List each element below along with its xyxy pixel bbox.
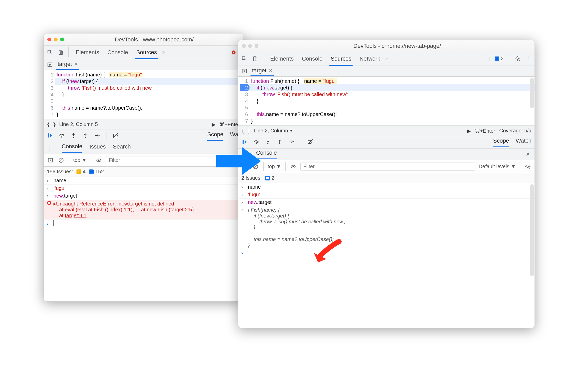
traffic-lights <box>242 44 258 48</box>
step-into-icon[interactable] <box>70 132 77 140</box>
svg-point-30 <box>267 143 268 144</box>
inspect-icon[interactable] <box>241 55 248 62</box>
svg-rect-25 <box>496 59 498 59</box>
more-tabs-icon[interactable]: » <box>162 50 165 55</box>
step-into-icon[interactable] <box>265 139 271 146</box>
inspect-icon[interactable] <box>46 49 53 56</box>
cursor-position: Line 2, Column 5 <box>254 128 292 134</box>
file-tab-target[interactable]: target × <box>56 59 79 70</box>
sidebar-toggle-icon[interactable] <box>47 157 54 164</box>
devtools-window-right: DevTools - chrome://new-tab-page/ Elemen… <box>238 40 535 328</box>
context-selector[interactable]: top ▼ <box>268 164 281 169</box>
live-expression-icon[interactable] <box>95 157 102 164</box>
minimize-icon[interactable] <box>54 38 58 41</box>
close-icon[interactable]: × <box>74 61 78 67</box>
svg-rect-0 <box>59 50 61 54</box>
step-icon[interactable] <box>94 132 100 140</box>
run-icon[interactable]: ▶ <box>212 121 215 128</box>
close-icon[interactable] <box>47 38 51 41</box>
svg-rect-27 <box>242 69 247 73</box>
kebab-icon[interactable]: ⋮ <box>526 55 532 62</box>
titlebar[interactable]: DevTools - chrome://new-tab-page/ <box>238 40 535 52</box>
divider <box>263 162 264 171</box>
tab-watch[interactable]: Watch <box>516 138 531 147</box>
tab-elements[interactable]: Elements <box>75 46 100 59</box>
context-selector[interactable]: top ▼ <box>73 157 87 163</box>
issues-summary[interactable]: 156 Issues: !4 152 <box>44 167 243 177</box>
traffic-lights <box>47 38 64 41</box>
scrollbar[interactable] <box>530 78 534 108</box>
close-drawer-icon[interactable]: × <box>524 151 531 158</box>
editor-status: { } Line 2, Column 5 ▶ ⌘+Enter <box>44 119 243 130</box>
live-expression-icon[interactable] <box>290 163 297 170</box>
svg-point-26 <box>517 58 518 59</box>
filter-input[interactable] <box>300 163 475 171</box>
titlebar[interactable]: DevTools - www.photopea.com/ <box>44 33 243 46</box>
run-shortcut: ⌘+Enter <box>220 121 240 128</box>
deactivate-breakpoints-icon[interactable] <box>307 139 313 146</box>
code-editor[interactable]: 1234567function Fish(name) { name = "fug… <box>238 77 535 125</box>
tab-sources[interactable]: Sources <box>330 53 352 65</box>
clear-console-icon[interactable] <box>58 157 65 164</box>
more-tabs-icon[interactable]: » <box>385 56 388 61</box>
run-icon[interactable]: ▶ <box>467 128 471 134</box>
deactivate-breakpoints-icon[interactable] <box>113 132 119 140</box>
file-tab-label: target <box>252 67 266 74</box>
tab-search[interactable]: Search <box>113 143 131 152</box>
levels-selector[interactable]: Default levels ▼ <box>479 164 516 169</box>
device-icon[interactable] <box>57 49 64 56</box>
tab-console[interactable]: Console <box>62 143 82 153</box>
step-out-icon[interactable] <box>82 132 88 140</box>
step-over-icon[interactable] <box>59 132 65 140</box>
console-toolbar: top ▼ Default levels ▼ <box>238 160 535 173</box>
pretty-print-icon[interactable]: { } <box>241 128 251 134</box>
file-tab-bar: target × <box>44 59 243 70</box>
zoom-icon[interactable] <box>60 38 64 41</box>
tab-issues[interactable]: Issues <box>90 143 106 152</box>
pretty-print-icon[interactable]: { } <box>47 121 56 128</box>
device-icon[interactable] <box>252 55 259 62</box>
svg-text:!: ! <box>78 169 80 174</box>
drawer-tabs: ⋮ Console × <box>238 148 535 160</box>
divider <box>263 54 263 64</box>
kebab-icon[interactable]: ⋮ <box>47 144 53 152</box>
console-output[interactable]: ›name‹'fugu'›new.target‹f Fish(name) { i… <box>238 183 535 257</box>
tab-elements[interactable]: Elements <box>270 53 294 65</box>
run-shortcut: ⌘+Enter <box>475 128 495 134</box>
navigator-toggle-icon[interactable] <box>241 67 248 75</box>
close-icon[interactable] <box>242 44 246 48</box>
info-count[interactable]: 2 <box>495 56 504 62</box>
step-icon[interactable] <box>288 139 295 146</box>
navigator-toggle-icon[interactable] <box>46 61 53 68</box>
tab-network[interactable]: Network <box>359 53 381 65</box>
tab-scope[interactable]: Scope <box>207 131 223 141</box>
resume-icon[interactable] <box>47 132 53 140</box>
divider <box>69 155 69 165</box>
issues-warn-count: 4 <box>83 169 85 175</box>
tab-sources[interactable]: Sources <box>136 46 157 59</box>
code-editor[interactable]: 1234567function Fish(name) { name = "fug… <box>44 70 243 119</box>
svg-rect-4 <box>48 133 49 138</box>
svg-point-8 <box>99 135 100 136</box>
settings-icon[interactable] <box>524 163 531 170</box>
issues-info-count: 152 <box>95 169 104 175</box>
svg-rect-10 <box>48 158 53 162</box>
svg-point-38 <box>292 166 294 167</box>
console-output[interactable]: ›name‹'fugu'›new.target▸Uncaught Referen… <box>44 177 243 227</box>
svg-rect-42 <box>266 178 269 179</box>
file-tab-target[interactable]: target × <box>251 66 274 76</box>
panel-tabs: Elements Console Sources <box>75 46 157 59</box>
tab-console[interactable]: Console <box>301 53 323 65</box>
svg-point-32 <box>293 141 294 142</box>
settings-icon[interactable] <box>514 55 521 62</box>
tab-console[interactable]: Console <box>107 46 129 59</box>
issues-summary[interactable]: 2 Issues: 2 <box>238 173 535 183</box>
zoom-icon[interactable] <box>255 44 258 48</box>
close-icon[interactable]: × <box>269 67 272 74</box>
annotation-red-arrow-icon <box>311 239 342 263</box>
step-out-icon[interactable] <box>277 139 283 146</box>
filter-input[interactable] <box>106 156 222 164</box>
tab-scope[interactable]: Scope <box>493 138 509 147</box>
scrollbar[interactable] <box>530 184 534 276</box>
minimize-icon[interactable] <box>248 44 252 48</box>
